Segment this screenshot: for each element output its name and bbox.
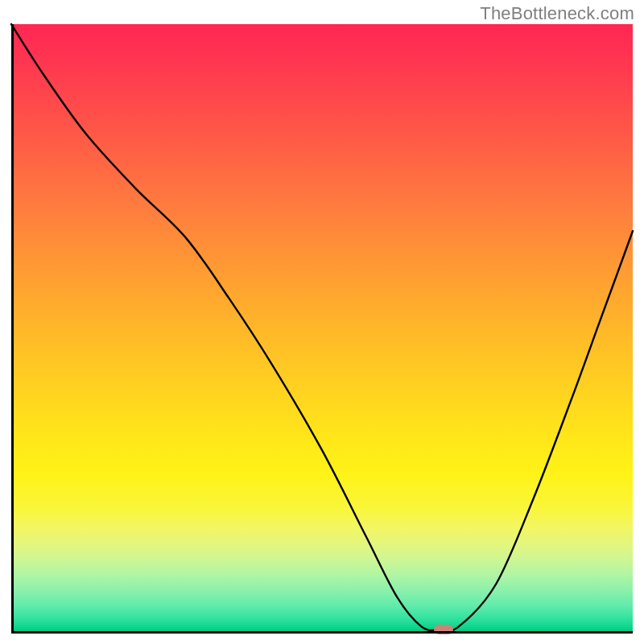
y-axis bbox=[11, 24, 14, 633]
plot-area bbox=[11, 24, 633, 633]
curve-path bbox=[11, 24, 633, 631]
chart-container: TheBottleneck.com bbox=[0, 0, 644, 644]
watermark-text: TheBottleneck.com bbox=[480, 3, 634, 24]
x-axis bbox=[11, 631, 633, 634]
bottleneck-curve bbox=[11, 24, 633, 633]
